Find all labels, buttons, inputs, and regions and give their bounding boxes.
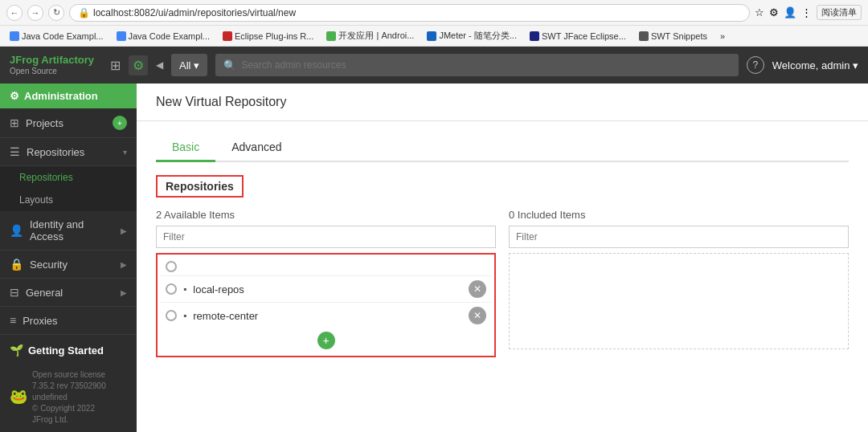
nav-all-dropdown[interactable]: All ▾ <box>171 54 207 76</box>
main-area: ⚙ Administration ⊞ Projects + ☰ Reposito… <box>0 84 868 432</box>
available-list-wrapper: 2 Available Items ▪ <box>156 209 496 357</box>
nav-reload-button[interactable]: ↻ <box>48 5 64 21</box>
bookmark-java1[interactable]: Java Code Exampl... <box>5 30 108 43</box>
projects-badge: + <box>113 116 127 130</box>
sidebar-footer-logo: 🐸 Open source license 7.35.2 rev 7350290… <box>10 369 127 426</box>
tabs: Basic Advanced <box>156 134 849 162</box>
app-topnav: JFrog Artifactory Open Source ⊞ ⚙ ◀ All … <box>0 47 868 84</box>
remove-remote-center-button[interactable]: ✕ <box>469 307 486 324</box>
available-item-left-local: ▪ local-repos <box>166 283 244 295</box>
bookmark-icon-jmeter <box>427 31 436 41</box>
sidebar-item-identity-label: Identity andAccess <box>30 218 84 242</box>
bookmark-icon-java2 <box>117 31 126 41</box>
admin-icon: ⚙ <box>10 90 19 102</box>
repos-section-title: Repositories <box>156 175 244 198</box>
proxies-icon: ≡ <box>10 314 16 327</box>
search-bar[interactable]: 🔍 <box>215 54 738 76</box>
sidebar-collapse-icon[interactable]: ◀ <box>156 59 163 71</box>
nav-back-button[interactable]: ← <box>6 5 23 21</box>
sidebar-subnav-layouts[interactable]: Layouts <box>0 189 137 211</box>
select-all-row <box>161 258 491 275</box>
bookmark-java2[interactable]: Java Code Exampl... <box>112 30 215 43</box>
star-icon[interactable]: ☆ <box>755 6 764 18</box>
browser-bar: ← → ↻ 🔒 localhost:8082/ui/admin/reposito… <box>0 0 868 26</box>
security-arrow-icon: ▶ <box>121 260 127 269</box>
sidebar-item-projects-label: Projects <box>26 117 63 129</box>
bookmark-label-eclipse: Eclipse Plug-ins R... <box>235 31 313 41</box>
sidebar-item-general[interactable]: ⊟ General ▶ <box>0 279 137 307</box>
sidebar-item-security[interactable]: 🔒 Security ▶ <box>0 251 137 279</box>
bookmark-icon-swt2 <box>639 31 649 41</box>
help-icon[interactable]: ? <box>747 56 764 74</box>
available-items-header: 2 Available Items <box>156 209 496 221</box>
remove-local-repos-button[interactable]: ✕ <box>469 280 486 298</box>
bookmark-android[interactable]: 开发应用 | Androi... <box>321 28 419 43</box>
sidebar-admin-header: ⚙ Administration <box>0 84 137 108</box>
sidebar-item-repositories-label: Repositories <box>27 146 84 158</box>
sidebar-item-repositories[interactable]: ☰ Repositories ▾ <box>0 138 137 166</box>
bookmark-swt1[interactable]: SWT JFace Eclipse... <box>525 30 631 43</box>
general-icon: ⊟ <box>10 286 19 299</box>
included-filter-input[interactable] <box>509 226 849 248</box>
sidebar-item-identity[interactable]: 👤 Identity andAccess ▶ <box>0 211 137 251</box>
url-bar[interactable]: 🔒 localhost:8082/ui/admin/repositories/v… <box>69 4 750 22</box>
search-input[interactable] <box>241 59 730 71</box>
select-all-radio[interactable] <box>166 261 177 272</box>
sidebar-footer-company: JFrog Ltd. <box>32 414 106 426</box>
bookmark-more[interactable]: » <box>715 30 730 43</box>
sidebar-subnav-repositories[interactable]: Repositories <box>0 166 137 189</box>
bookmark-label-java2: Java Code Exampl... <box>129 31 211 41</box>
item-radio-remote-center[interactable] <box>166 310 177 321</box>
bookmark-label-jmeter: JMeter - 随笔分类... <box>439 30 517 42</box>
remote-center-label: remote-center <box>193 310 258 322</box>
bookmark-icon-java1 <box>10 31 19 41</box>
bookmark-jmeter[interactable]: JMeter - 随笔分类... <box>422 28 522 43</box>
available-filter-input[interactable] <box>156 226 496 248</box>
sidebar-item-security-left: 🔒 Security <box>10 258 68 271</box>
sidebar-subnav: Repositories Layouts <box>0 166 137 211</box>
identity-icon: 👤 <box>10 224 23 237</box>
tab-basic[interactable]: Basic <box>156 134 215 162</box>
sidebar: ⚙ Administration ⊞ Projects + ☰ Reposito… <box>0 84 137 432</box>
remote-center-icon: ▪ <box>183 310 186 321</box>
grid-icon[interactable]: ⊞ <box>110 58 121 73</box>
bookmark-label-android: 开发应用 | Androi... <box>338 30 414 42</box>
profile-icon[interactable]: 👤 <box>784 6 796 18</box>
available-list: ▪ local-repos ✕ ▪ remote-center <box>156 253 496 357</box>
available-item-left-remote: ▪ remote-center <box>166 310 258 322</box>
bookmark-eclipse[interactable]: Eclipse Plug-ins R... <box>218 30 318 43</box>
projects-icon: ⊞ <box>10 116 19 129</box>
nav-all-label: All <box>179 59 190 71</box>
sidebar-footer-copyright: © Copyright 2022 <box>32 403 106 414</box>
bookmark-swt2[interactable]: SWT Snippets <box>634 30 712 43</box>
sidebar-getting-started[interactable]: 🌱 Getting Started <box>0 337 137 363</box>
repositories-icon: ☰ <box>10 145 20 158</box>
tab-advanced[interactable]: Advanced <box>215 134 297 162</box>
sidebar-getting-started-label: Getting Started <box>28 344 104 357</box>
sidebar-item-identity-left: 👤 Identity andAccess <box>10 218 84 242</box>
add-all-button[interactable]: + <box>317 332 335 349</box>
extensions-icon[interactable]: ⚙ <box>769 6 779 18</box>
app-logo-name: JFrog Artifactory <box>10 54 94 67</box>
sidebar-item-projects[interactable]: ⊞ Projects + <box>0 108 137 138</box>
local-repos-label: local-repos <box>193 283 244 295</box>
content-body: Basic Advanced Repositories 2 Available … <box>137 121 868 432</box>
welcome-text[interactable]: Welcome, admin ▾ <box>772 59 858 71</box>
nav-right: ? Welcome, admin ▾ <box>747 56 858 74</box>
included-list <box>509 253 849 349</box>
more-icon[interactable]: ⋮ <box>801 6 812 18</box>
sidebar-item-proxies-left: ≡ Proxies <box>10 314 58 327</box>
nav-forward-button[interactable]: → <box>27 5 43 21</box>
sidebar-item-proxies[interactable]: ≡ Proxies <box>0 307 137 335</box>
app-logo: JFrog Artifactory Open Source <box>10 54 94 76</box>
gear-icon[interactable]: ⚙ <box>129 55 148 75</box>
sidebar-item-general-left: ⊟ General <box>10 286 63 299</box>
sidebar-footer: 🐸 Open source license 7.35.2 rev 7350290… <box>0 363 137 432</box>
item-radio-local-repos[interactable] <box>166 283 177 295</box>
local-repos-icon: ▪ <box>183 283 186 295</box>
reading-list-label[interactable]: 阅读清单 <box>817 5 862 20</box>
content-header: New Virtual Repository <box>137 84 868 121</box>
sidebar-footer-undefined: undefined <box>32 392 106 403</box>
sidebar-footer-version: 7.35.2 rev 73502900 <box>32 381 106 392</box>
bookmark-label-swt2: SWT Snippets <box>651 31 707 41</box>
